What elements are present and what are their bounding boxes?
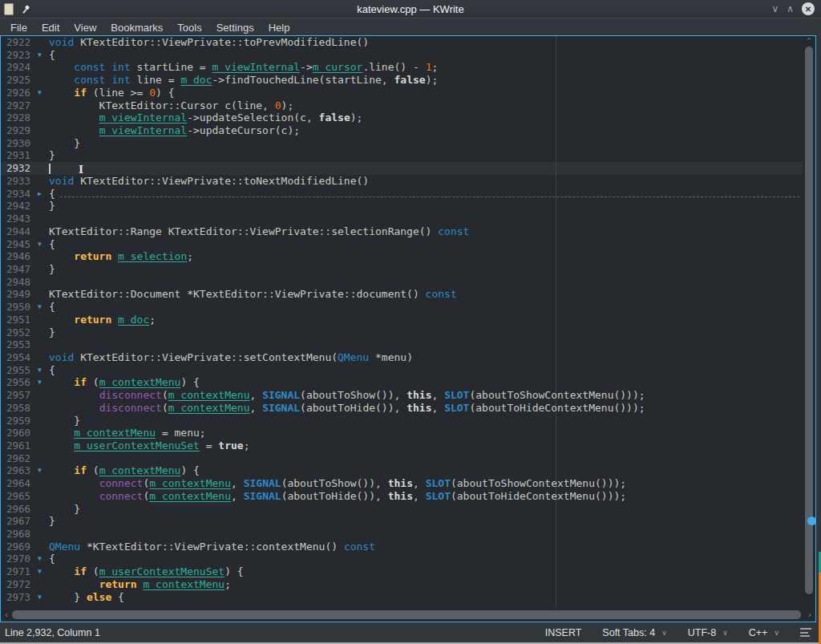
insert-mode-label[interactable]: INSERT [545, 627, 582, 638]
fold-open-icon[interactable]: ▼ [36, 49, 49, 62]
code-text: } [49, 326, 803, 339]
fold-open-icon[interactable]: ▼ [36, 565, 49, 578]
menu-help[interactable]: Help [261, 20, 297, 35]
maximize-icon[interactable]: ∧ [787, 4, 794, 14]
code-text: if (m_contextMenu) { [49, 376, 803, 389]
scroll-up-icon[interactable]: ⌃ [803, 36, 815, 46]
fold-open-icon[interactable]: ▼ [36, 376, 49, 389]
code-line: 2955▼{ [1, 364, 803, 377]
line-number: 2970 [1, 553, 36, 565]
line-settings-icon[interactable] [800, 628, 811, 637]
line-number: 2972 [1, 578, 36, 591]
menu-bookmarks[interactable]: Bookmarks [103, 20, 170, 35]
line-number: 2955 [1, 364, 36, 377]
line-number: 2966 [1, 503, 36, 516]
line-number: 2926 [1, 87, 36, 99]
code-line: 2929 m_viewInternal->updateCursor(c); [1, 124, 803, 137]
minimize-icon[interactable]: ∨ [771, 4, 779, 14]
titlebar-controls: ∨ ∧ ✕ [661, 2, 821, 15]
line-number: 2951 [1, 314, 36, 326]
horizontal-scrollbar[interactable]: ‹ › [1, 608, 815, 622]
fold-column [36, 515, 49, 528]
code-line: 2943 [1, 213, 803, 225]
code-line: 2931} [1, 149, 803, 162]
code-line: 2970▼{ [1, 553, 803, 565]
fold-open-icon[interactable]: ▼ [36, 364, 49, 377]
line-number: 2932 [1, 162, 36, 175]
code-text [49, 213, 803, 225]
fold-column [36, 477, 49, 490]
code-line: 2933void KTextEditor::ViewPrivate::toNex… [1, 175, 803, 188]
code-text: void KTextEditor::ViewPrivate::setContex… [49, 351, 803, 364]
code-line: 2954void KTextEditor::ViewPrivate::setCo… [1, 351, 803, 364]
code-text: } [49, 503, 803, 516]
mouse-ibeam-cursor: I [79, 164, 83, 176]
code-rows: 2922void KTextEditor::ViewPrivate::toPre… [1, 36, 803, 603]
cursor-position-label[interactable]: Line 2,932, Column 1 [0, 627, 545, 638]
pin-icon[interactable] [18, 1, 34, 17]
statusbar: Line 2,932, Column 1 INSERT Soft Tabs: 4… [0, 622, 821, 642]
code-text: KTextEditor::Document *KTextEditor::View… [49, 288, 803, 301]
encoding-dropdown[interactable]: UTF-8 ∨ [688, 627, 728, 638]
collapsed-fold-dashes [60, 196, 799, 197]
line-number: 2958 [1, 402, 36, 415]
line-number: 2969 [1, 541, 36, 553]
language-dropdown[interactable]: C++ ∨ [749, 627, 779, 638]
fold-open-icon[interactable]: ▼ [36, 301, 49, 314]
fold-column [36, 200, 49, 213]
vertical-scrollbar-thumb[interactable] [805, 47, 813, 594]
code-text: } [49, 200, 803, 213]
code-line: 2972 return m_contextMenu; [1, 578, 803, 591]
line-number: 2927 [1, 99, 36, 112]
fold-closed-icon[interactable]: ▶ [36, 188, 49, 200]
code-text [49, 276, 803, 289]
fold-column [36, 61, 49, 74]
fold-column [36, 137, 49, 150]
menu-edit[interactable]: Edit [34, 20, 67, 35]
fold-column [36, 99, 49, 112]
code-text: connect(m_contextMenu, SIGNAL(aboutToHid… [49, 490, 803, 503]
line-number: 2952 [1, 326, 36, 339]
line-number: 2943 [1, 213, 36, 225]
fold-open-icon[interactable]: ▼ [36, 87, 49, 99]
text-area[interactable]: 2922void KTextEditor::ViewPrivate::toPre… [1, 36, 803, 608]
tab-mode-label: Soft Tabs: 4 [602, 627, 655, 638]
code-text: { [49, 301, 803, 314]
code-line: 2968 [1, 528, 803, 541]
fold-open-icon[interactable]: ▼ [36, 464, 49, 477]
fold-column [36, 427, 49, 439]
chevron-down-icon: ∨ [722, 629, 728, 637]
code-line: 2951 return m_doc; [1, 314, 803, 326]
code-text [49, 162, 803, 175]
code-line: 2926▼ if (line >= 0) { [1, 87, 803, 99]
menu-tools[interactable]: Tools [170, 20, 208, 35]
code-text [49, 528, 803, 541]
code-text: m_userContextMenuSet = true; [49, 439, 803, 452]
menu-view[interactable]: View [67, 20, 103, 35]
menu-settings[interactable]: Settings [209, 20, 261, 35]
fold-open-icon[interactable]: ▼ [36, 591, 49, 604]
line-number: 2950 [1, 301, 36, 314]
code-text: KTextEditor::Cursor c(line, 0); [49, 99, 803, 112]
tab-mode-dropdown[interactable]: Soft Tabs: 4 ∨ [602, 627, 666, 638]
line-number: 2948 [1, 276, 36, 289]
vertical-scrollbar[interactable]: ⌃ ⌄ [803, 36, 815, 608]
close-icon[interactable]: ✕ [802, 2, 815, 15]
chevron-down-icon: ∨ [774, 629, 779, 637]
fold-open-icon[interactable]: ▼ [36, 238, 49, 251]
scroll-left-icon[interactable]: ‹ [1, 610, 12, 619]
line-number: 2960 [1, 427, 36, 439]
code-text: } [49, 415, 803, 427]
language-label: C++ [749, 627, 768, 638]
text-caret [49, 164, 51, 174]
code-text: } [49, 149, 803, 162]
line-number: 2930 [1, 137, 36, 150]
fold-column [36, 111, 49, 124]
scroll-right-icon[interactable]: › [804, 610, 815, 619]
horizontal-scrollbar-thumb[interactable] [12, 610, 801, 619]
line-number: 2954 [1, 351, 36, 364]
fold-open-icon[interactable]: ▼ [36, 553, 49, 565]
code-line: 2950▼{ [1, 301, 803, 314]
code-text: return m_contextMenu; [49, 578, 803, 591]
menu-file[interactable]: File [3, 20, 34, 35]
